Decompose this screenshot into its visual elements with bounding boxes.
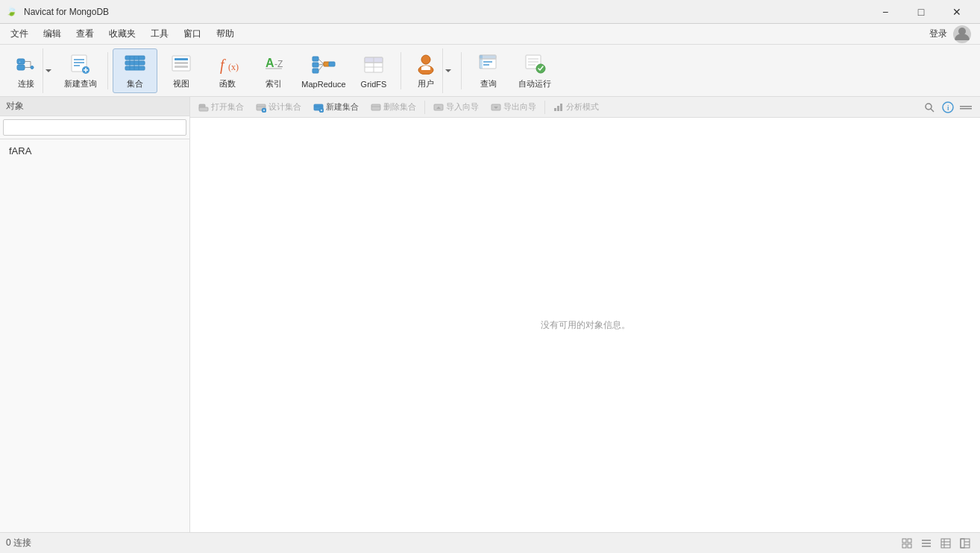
svg-rect-78: [554, 108, 556, 111]
connect-dropdown[interactable]: [43, 48, 53, 93]
svg-rect-18: [125, 66, 145, 70]
new-query-icon: [69, 52, 92, 75]
info-button[interactable]: i: [940, 99, 956, 116]
svg-rect-32: [312, 63, 318, 67]
svg-text:i: i: [947, 104, 949, 112]
svg-rect-16: [125, 56, 145, 60]
design-collection-button[interactable]: 设计集合: [251, 98, 307, 116]
menu-edit[interactable]: 编辑: [36, 25, 69, 43]
toolbar-function-button[interactable]: f (x) 函数: [205, 48, 250, 93]
content-search-button[interactable]: [920, 99, 938, 116]
list-view-button[interactable]: [917, 535, 935, 552]
import-wizard-button[interactable]: 导入向导: [428, 98, 484, 116]
collection-icon: [123, 52, 147, 75]
user-icon: [414, 51, 438, 75]
svg-line-82: [931, 109, 934, 112]
sidebar-header-text: 对象: [6, 100, 24, 113]
menu-window[interactable]: 窗口: [176, 25, 209, 43]
svg-rect-80: [560, 104, 562, 111]
svg-rect-72: [371, 104, 380, 110]
collection-label: 集合: [127, 78, 143, 89]
content-area: 打开集合 设计集合: [190, 97, 980, 532]
toolbar-query2-button[interactable]: 查询: [466, 48, 511, 93]
view-label: 视图: [173, 78, 189, 89]
sidebar-item[interactable]: fARA: [3, 142, 186, 159]
svg-text:f: f: [220, 57, 226, 74]
svg-rect-31: [312, 57, 318, 61]
title-bar: 🍃 Navicat for MongoDB − □ ✕: [0, 0, 980, 24]
app-icon: 🍃: [6, 6, 18, 18]
extra-view-button[interactable]: [956, 535, 974, 552]
content-sep-2: [544, 101, 545, 114]
analysis-mode-icon: [553, 102, 564, 113]
content-sep-1: [424, 101, 425, 114]
toolbar-index-button[interactable]: A -Z 索引: [251, 48, 296, 93]
svg-point-81: [926, 104, 932, 110]
toolbar-collection-button[interactable]: 集合: [113, 48, 157, 93]
menu-bar: 文件 编辑 查看 收藏夹 工具 窗口 帮助 登录: [0, 24, 980, 45]
menu-view[interactable]: 查看: [69, 25, 101, 43]
toolbar-sep-1: [107, 52, 108, 89]
sidebar-search-input[interactable]: [3, 119, 186, 136]
toolbar: + 连接 新建查询: [0, 45, 980, 97]
svg-line-34: [318, 59, 324, 64]
menu-tools[interactable]: 工具: [143, 25, 176, 43]
view-icon: [169, 52, 193, 75]
maximize-button[interactable]: □: [904, 0, 938, 24]
view-controls: [898, 535, 974, 552]
export-wizard-icon: [491, 102, 501, 113]
grid-view-button[interactable]: [898, 535, 916, 552]
svg-rect-87: [902, 539, 906, 543]
detail-view-button[interactable]: [937, 535, 955, 552]
toolbar-new-query-button[interactable]: 新建查询: [58, 48, 103, 93]
window-controls: − □ ✕: [868, 0, 974, 24]
menu-help[interactable]: 帮助: [209, 25, 242, 43]
svg-marker-8: [45, 69, 51, 72]
connect-label: 连接: [18, 78, 34, 89]
main-layout: 对象 fARA 打开集合: [0, 97, 980, 532]
content-info-area: i: [940, 99, 977, 116]
delete-collection-button[interactable]: 删除集合: [365, 98, 421, 116]
svg-rect-86: [960, 108, 972, 110]
svg-rect-25: [175, 66, 188, 68]
svg-rect-47: [421, 67, 430, 70]
svg-rect-79: [557, 106, 559, 111]
toolbar-mapreduce-button[interactable]: MapReduce: [298, 48, 350, 93]
svg-rect-61: [199, 107, 208, 111]
user-avatar[interactable]: [953, 25, 971, 43]
index-icon: A -Z: [262, 52, 286, 75]
svg-rect-24: [175, 62, 188, 64]
open-collection-button[interactable]: 打开集合: [193, 98, 249, 116]
more-button[interactable]: [958, 99, 974, 116]
svg-text:(x): (x): [228, 62, 239, 72]
svg-rect-33: [312, 69, 318, 73]
login-button[interactable]: 登录: [929, 28, 947, 40]
user-dropdown[interactable]: [442, 48, 453, 93]
toolbar-connect-button[interactable]: + 连接: [6, 48, 57, 93]
empty-message: 没有可用的对象信息。: [541, 319, 630, 332]
autorun-label: 自动运行: [518, 78, 551, 89]
open-collection-icon: [198, 102, 209, 113]
toolbar-autorun-button[interactable]: 自动运行: [512, 48, 557, 93]
new-collection-icon: [313, 102, 324, 113]
svg-marker-48: [445, 69, 451, 72]
svg-text:A: A: [266, 57, 274, 69]
menu-favorites[interactable]: 收藏夹: [101, 25, 143, 43]
query2-label: 查询: [480, 78, 497, 89]
autorun-icon: [523, 52, 547, 75]
svg-rect-99: [961, 539, 964, 548]
menu-file[interactable]: 文件: [3, 25, 36, 43]
toolbar-user-button[interactable]: 用户: [406, 48, 456, 93]
minimize-button[interactable]: −: [868, 0, 902, 24]
new-collection-button[interactable]: 新建集合: [308, 98, 364, 116]
svg-rect-53: [480, 55, 483, 69]
analysis-mode-button[interactable]: 分析模式: [548, 98, 604, 116]
toolbar-gridfs-button[interactable]: GridFS: [351, 48, 396, 93]
close-button[interactable]: ✕: [940, 0, 974, 24]
export-wizard-button[interactable]: 导出向导: [486, 98, 541, 116]
query2-icon: [477, 52, 500, 75]
svg-rect-85: [960, 106, 972, 107]
toolbar-view-button[interactable]: 视图: [159, 48, 204, 93]
sidebar-header: 对象: [0, 97, 189, 116]
connect-icon: +: [14, 51, 38, 75]
